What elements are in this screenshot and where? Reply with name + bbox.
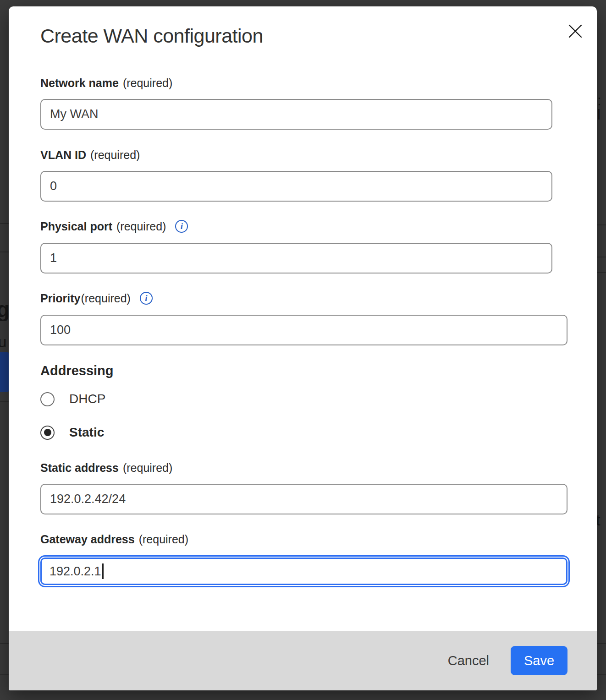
required-hint: (required) bbox=[123, 461, 172, 475]
create-wan-configuration-dialog: Create WAN configuration Network name (r… bbox=[9, 6, 597, 690]
cancel-button[interactable]: Cancel bbox=[448, 653, 489, 668]
physical-port-label: Physical port (required) i bbox=[40, 219, 188, 233]
label-text: Network name bbox=[40, 77, 119, 90]
background-table-line bbox=[0, 401, 9, 402]
background-table-line bbox=[0, 674, 9, 675]
radio-label: Static bbox=[69, 425, 104, 440]
priority-label: Priority (required) i bbox=[40, 291, 153, 305]
network-name-label: Network name (required) bbox=[40, 76, 172, 90]
background-table-line bbox=[597, 674, 606, 675]
priority-input[interactable] bbox=[40, 315, 567, 345]
radio-button-unselected[interactable] bbox=[40, 392, 55, 406]
radio-dot bbox=[44, 429, 51, 436]
close-button[interactable] bbox=[566, 22, 584, 40]
background-table-line bbox=[597, 257, 606, 257]
addressing-heading: Addressing bbox=[40, 363, 114, 378]
addressing-option-dhcp[interactable]: DHCP bbox=[40, 392, 105, 406]
background-text-fragment: : l bbox=[597, 93, 606, 122]
background-table-line bbox=[597, 643, 606, 644]
dialog-footer: Cancel Save bbox=[9, 631, 597, 690]
physical-port-input[interactable] bbox=[40, 243, 552, 273]
text-cursor bbox=[102, 563, 104, 579]
close-icon bbox=[568, 24, 583, 38]
radio-button-selected[interactable] bbox=[40, 426, 55, 440]
vlan-id-input[interactable] bbox=[40, 171, 552, 202]
info-icon[interactable]: i bbox=[140, 292, 153, 305]
background-table-line bbox=[0, 643, 9, 644]
dialog-title: Create WAN configuration bbox=[40, 25, 263, 47]
background-text-fragment: u bbox=[0, 334, 9, 350]
background-table-line bbox=[0, 252, 9, 252]
static-address-label: Static address (required) bbox=[40, 461, 172, 475]
required-hint: (required) bbox=[139, 533, 188, 546]
gateway-address-label: Gateway address (required) bbox=[40, 532, 188, 546]
input-value: 192.0.2.1 bbox=[50, 564, 101, 579]
info-icon[interactable]: i bbox=[175, 220, 188, 233]
addressing-option-static[interactable]: Static bbox=[40, 425, 104, 440]
static-address-input[interactable] bbox=[40, 484, 567, 514]
background-text-fragment: g bbox=[0, 299, 9, 321]
background-table-line bbox=[597, 272, 606, 273]
required-hint: (required) bbox=[123, 77, 172, 90]
required-hint: (required) bbox=[81, 292, 131, 305]
radio-label: DHCP bbox=[69, 392, 105, 406]
network-name-input[interactable] bbox=[40, 99, 552, 130]
background-table-line bbox=[597, 224, 606, 225]
label-text: Static address bbox=[40, 461, 119, 475]
required-hint: (required) bbox=[90, 148, 140, 162]
background-table-line bbox=[0, 223, 9, 224]
label-text: Gateway address bbox=[40, 533, 135, 546]
label-text: VLAN ID bbox=[40, 148, 86, 162]
label-text: Physical port bbox=[40, 220, 112, 233]
vlan-id-label: VLAN ID (required) bbox=[40, 148, 140, 162]
background-button-fragment bbox=[0, 352, 9, 392]
required-hint: (required) bbox=[116, 220, 166, 233]
label-text: Priority bbox=[40, 292, 81, 305]
save-button[interactable]: Save bbox=[511, 646, 567, 675]
gateway-address-input[interactable]: 192.0.2.1 bbox=[40, 558, 567, 585]
background-text-fragment: t bbox=[596, 512, 606, 528]
